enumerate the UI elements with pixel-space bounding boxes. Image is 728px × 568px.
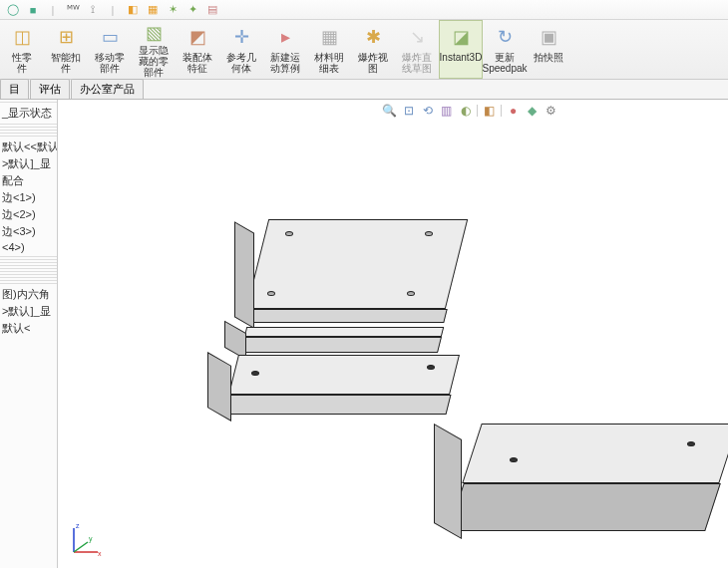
- ref-icon[interactable]: ✶: [166, 3, 180, 17]
- axis-x-label: x: [98, 550, 102, 557]
- command-tabs: 目评估办公室产品: [0, 80, 728, 100]
- assembly-feature-icon: ◩: [184, 24, 210, 50]
- tree-item-7[interactable]: 默认<<默认: [0, 139, 57, 155]
- snapshot-button[interactable]: ▣拍快照: [527, 20, 570, 79]
- move-component-icon: ▭: [97, 24, 123, 50]
- scene-icon[interactable]: ◆: [525, 103, 540, 118]
- tree-item-0: [0, 102, 57, 103]
- tree-item-10[interactable]: 边<1>): [0, 189, 57, 206]
- zoom-fit-icon[interactable]: 🔍: [382, 103, 397, 118]
- instant3d-label: Instant3D: [440, 52, 483, 63]
- smart-fasteners-button[interactable]: ⊞智能扣件: [44, 20, 88, 79]
- square-icon[interactable]: ■: [26, 3, 40, 17]
- show-hidden-button[interactable]: ▧显示隐藏的零部件: [132, 20, 176, 79]
- move-component-button[interactable]: ▭移动零部件: [88, 20, 132, 79]
- view-triad: z x y: [64, 522, 104, 562]
- show-hidden-icon: ▧: [141, 24, 167, 43]
- prev-view-icon[interactable]: ⟲: [420, 103, 435, 118]
- circle-icon[interactable]: ◯: [6, 3, 20, 17]
- hud-separator: [501, 105, 502, 117]
- exploded-view-label: 爆炸视: [358, 52, 388, 63]
- mate-icon[interactable]: ᴹᵂ: [66, 3, 80, 17]
- exploded-view-icon: ✱: [360, 24, 386, 50]
- link-icon[interactable]: ⟟: [86, 3, 100, 17]
- doc-icon[interactable]: ▤: [205, 3, 219, 17]
- snapshot-icon: ▣: [536, 24, 561, 50]
- bom-button[interactable]: ▦材料明细表: [307, 20, 351, 79]
- update-speedpak-icon: ↻: [492, 24, 518, 50]
- explode-line-icon: ↘: [404, 24, 430, 50]
- explode-line-button[interactable]: ↘爆炸直线草图: [395, 20, 439, 79]
- feature-tree-panel[interactable]: _显示状态默认<<默认>默认]_显配合边<1>)边<2>)边<3>)<4>)图)…: [0, 100, 58, 568]
- quick-access-toolbar: ◯■|ᴹᵂ⟟|◧▦✶✦▤: [0, 0, 728, 20]
- tree-item-9[interactable]: 配合: [0, 172, 57, 189]
- tree-item-14: [0, 256, 57, 257]
- update-speedpak-label: 更新: [495, 52, 515, 63]
- tree-item-24[interactable]: 图)内六角: [0, 286, 57, 303]
- new-motion-label: 新建运: [270, 52, 300, 63]
- tree-item-2: [0, 124, 57, 125]
- tree-item-21: [0, 277, 57, 278]
- smart-fasteners-icon: ⊞: [53, 24, 79, 50]
- assembly-feature-button[interactable]: ◩装配体特征: [176, 20, 219, 79]
- tree-item-11[interactable]: 边<2>): [0, 206, 57, 223]
- graphics-viewport[interactable]: 🔍⊡⟲▥◐◧●◆⚙ z: [58, 100, 728, 568]
- tree-item-18: [0, 268, 57, 269]
- tree-item-5: [0, 133, 57, 134]
- tree-item-6: [0, 136, 57, 137]
- snapshot-label: 拍快照: [534, 52, 563, 63]
- model-block-bottom[interactable]: [452, 424, 728, 568]
- parts-icon[interactable]: ▦: [146, 3, 160, 17]
- tree-item-26[interactable]: 默认<: [0, 320, 57, 337]
- cube-icon[interactable]: ◧: [126, 3, 140, 17]
- explode-line-label: 爆炸直: [402, 52, 432, 63]
- axis-y-label: y: [89, 535, 93, 543]
- axis-z-label: z: [76, 522, 80, 529]
- hud-separator: [477, 105, 478, 117]
- reference-geom-button[interactable]: ✛参考几何体: [219, 20, 263, 79]
- model-block-top[interactable]: [237, 219, 477, 419]
- tree-item-12[interactable]: 边<3>): [0, 223, 57, 240]
- view-settings-icon[interactable]: ⚙: [544, 103, 558, 118]
- tree-item-25[interactable]: >默认]_显: [0, 303, 57, 320]
- reference-geom-icon: ✛: [228, 24, 254, 50]
- tree-item-20: [0, 274, 57, 275]
- display-style-icon[interactable]: ◐: [458, 103, 473, 118]
- bom-label: 材料明: [314, 52, 344, 63]
- svg-line-2: [74, 542, 88, 552]
- new-motion-button[interactable]: ▸新建运动算例: [263, 20, 307, 79]
- hide-show-icon[interactable]: ◧: [482, 103, 497, 118]
- ref2-icon[interactable]: ✦: [185, 3, 199, 17]
- smart-fasteners-label: 智能扣: [51, 52, 81, 63]
- heads-up-toolbar: 🔍⊡⟲▥◐◧●◆⚙: [382, 103, 558, 118]
- tab-1[interactable]: 目: [0, 79, 29, 99]
- new-motion-icon: ▸: [272, 24, 298, 50]
- ribbon-toolbar: ◫性零件⊞智能扣件▭移动零部件▧显示隐藏的零部件◩装配体特征✛参考几何体▸新建运…: [0, 20, 728, 80]
- tree-item-17: [0, 265, 57, 266]
- show-hidden-label: 显示隐: [139, 45, 169, 56]
- tree-item-4: [0, 130, 57, 131]
- instant3d-button[interactable]: ◪Instant3D: [439, 20, 483, 79]
- tab-office[interactable]: 办公室产品: [71, 79, 144, 99]
- tree-item-22: [0, 280, 57, 281]
- assembly-feature-label: 装配体: [182, 52, 212, 63]
- linear-parts-icon: ◫: [9, 24, 35, 50]
- divider: |: [106, 3, 120, 17]
- tree-item-1[interactable]: _显示状态: [0, 105, 57, 122]
- zoom-area-icon[interactable]: ⊡: [401, 103, 416, 118]
- tree-item-8[interactable]: >默认]_显: [0, 155, 57, 172]
- tree-item-3: [0, 127, 57, 128]
- tree-item-23: [0, 283, 57, 284]
- instant3d-icon: ◪: [448, 24, 474, 50]
- linear-parts-label: 性零: [12, 52, 32, 63]
- linear-parts-button[interactable]: ◫性零件: [0, 20, 44, 79]
- move-component-label: 移动零: [95, 52, 125, 63]
- tree-item-13[interactable]: <4>): [0, 240, 57, 254]
- section-icon[interactable]: ▥: [439, 103, 454, 118]
- tab-eval[interactable]: 评估: [30, 79, 70, 99]
- update-speedpak-button[interactable]: ↻更新Speedpak: [483, 20, 527, 79]
- tree-item-15: [0, 259, 57, 260]
- appearance-icon[interactable]: ●: [506, 103, 521, 118]
- exploded-view-button[interactable]: ✱爆炸视图: [351, 20, 395, 79]
- bom-icon: ▦: [316, 24, 342, 50]
